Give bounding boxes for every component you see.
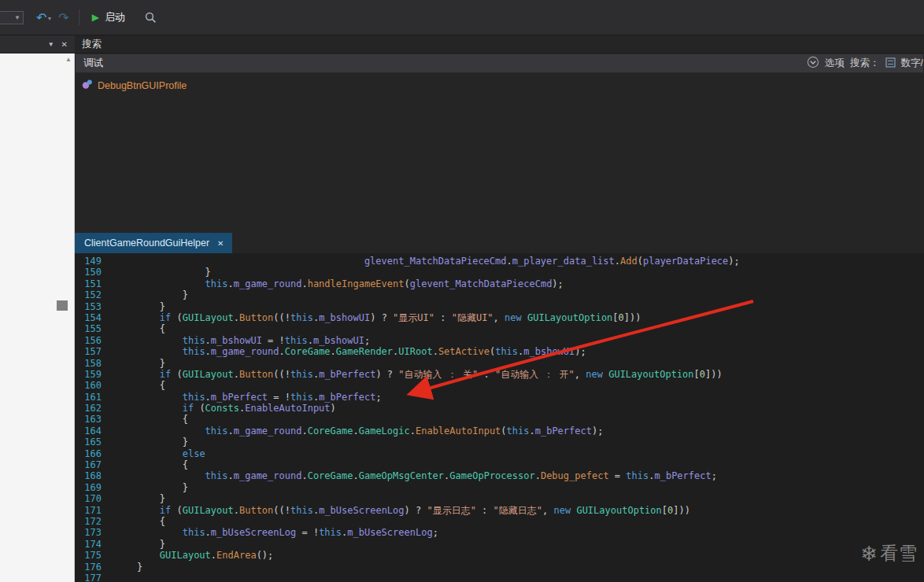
search-scope-bar[interactable]: 调试 选项 搜索： 数字/	[75, 53, 924, 73]
code-line: 167 {	[75, 459, 924, 470]
line-number[interactable]: 149	[75, 256, 114, 267]
code-text: this.m_bshowUI = !this.m_bshowUI;	[114, 335, 370, 346]
search-icon[interactable]	[144, 11, 157, 24]
line-number[interactable]: 173	[75, 527, 114, 538]
code-editor[interactable]: 149 glevent_MatchDataPieceCmd.m_player_d…	[75, 253, 924, 582]
code-line: 169 }	[75, 482, 924, 493]
code-line: 170 }	[75, 493, 924, 504]
app-window: ▼ ↶▼ ↷ ▶ 启动 ▼ ✕ ▲ 搜索 调试	[0, 0, 924, 582]
search-result-item[interactable]: DebugBtnGUIProfile	[75, 77, 924, 94]
code-line: 154 if (GUILayout.Button((!this.m_bshowU…	[75, 312, 924, 323]
line-number[interactable]: 150	[75, 267, 114, 278]
line-number[interactable]: 174	[75, 539, 114, 550]
search-label: 搜索：	[850, 57, 880, 70]
code-text: this.m_game_round.handleIngameEvent(glev…	[114, 278, 564, 289]
code-line: 151 this.m_game_round.handleIngameEvent(…	[75, 278, 924, 289]
code-text: }	[114, 482, 188, 493]
scope-label: 调试	[83, 57, 103, 70]
code-line: 172 {	[75, 516, 924, 527]
line-number[interactable]: 168	[75, 470, 114, 481]
scrollbar-thumb[interactable]	[57, 300, 68, 311]
code-line: 175 GUILayout.EndArea();	[75, 550, 924, 561]
code-text: }	[114, 267, 211, 278]
start-button[interactable]: ▶ 启动	[87, 8, 130, 27]
right-pane: 搜索 调试 选项 搜索：	[75, 35, 924, 582]
line-number[interactable]: 165	[75, 436, 114, 448]
line-number[interactable]: 158	[75, 358, 114, 369]
code-text: if (Consts.EnableAutoInput)	[114, 403, 336, 414]
line-number[interactable]: 155	[75, 323, 114, 334]
code-text: {	[114, 380, 165, 391]
line-number[interactable]: 151	[75, 278, 114, 289]
line-number[interactable]: 163	[75, 414, 114, 425]
line-number[interactable]: 171	[75, 505, 114, 516]
main-toolbar: ▼ ↶▼ ↷ ▶ 启动	[0, 0, 924, 35]
code-text: GUILayout.EndArea();	[114, 550, 273, 561]
code-text: if (GUILayout.Button((!this.m_bUseScreen…	[114, 505, 690, 516]
line-number[interactable]: 167	[75, 459, 114, 470]
line-number[interactable]: 177	[75, 573, 114, 582]
code-line: 165 }	[75, 436, 924, 448]
code-line: 171 if (GUILayout.Button((!this.m_bUseSc…	[75, 505, 924, 516]
snowflake-icon: ❄	[860, 542, 878, 565]
play-icon: ▶	[92, 12, 99, 23]
tab-label: ClientGameRoundGuiHelper	[84, 238, 209, 249]
panel-menu-icon[interactable]: ▼	[48, 41, 54, 48]
search-pane-header: 搜索	[75, 35, 924, 53]
line-number[interactable]: 166	[75, 448, 114, 459]
tab-clientgameroundguihelper[interactable]: ClientGameRoundGuiHelper ✕	[75, 233, 232, 253]
document-tabstrip: ClientGameRoundGuiHelper ✕	[75, 233, 924, 253]
undo-button[interactable]: ↶▼	[36, 10, 52, 25]
left-panel-body[interactable]: ▲	[0, 53, 75, 582]
line-number[interactable]: 152	[75, 289, 114, 300]
tab-close-icon[interactable]: ✕	[217, 239, 224, 248]
code-text: {	[114, 459, 188, 470]
code-text: }	[114, 562, 142, 573]
line-number[interactable]: 160	[75, 380, 114, 391]
line-number[interactable]: 162	[75, 403, 114, 414]
toolbar-combobox[interactable]: ▼	[0, 11, 24, 24]
code-text: {	[114, 516, 165, 527]
code-line: 174 }	[75, 539, 924, 550]
code-line: 166 else	[75, 448, 924, 459]
code-line: 168 this.m_game_round.CoreGame.GameOpMsg…	[75, 470, 924, 481]
line-number[interactable]: 156	[75, 335, 114, 346]
code-line: 177	[75, 573, 924, 582]
redo-button[interactable]: ↷	[58, 10, 68, 25]
line-number[interactable]: 170	[75, 493, 114, 504]
line-number[interactable]: 159	[75, 369, 114, 380]
code-text: }	[114, 358, 165, 369]
search-result-label: DebugBtnGUIProfile	[98, 80, 187, 91]
line-number[interactable]: 175	[75, 550, 114, 561]
left-panel-header: ▼ ✕	[0, 35, 75, 53]
search-pane-title: 搜索	[82, 38, 102, 51]
line-number[interactable]: 172	[75, 516, 114, 527]
line-number[interactable]: 176	[75, 562, 114, 573]
search-type-value[interactable]: 数字/	[901, 57, 923, 70]
code-line: 157 this.m_game_round.CoreGame.GameRende…	[75, 346, 924, 357]
code-text: }	[114, 301, 165, 312]
options-label[interactable]: 选项	[825, 57, 845, 70]
code-lines: 149 glevent_MatchDataPieceCmd.m_player_d…	[75, 256, 924, 582]
code-text: }	[114, 493, 165, 504]
line-number[interactable]: 164	[75, 425, 114, 436]
line-number[interactable]: 154	[75, 312, 114, 323]
code-line: 161 this.m_bPerfect = !this.m_bPerfect;	[75, 392, 924, 403]
code-line: 173 this.m_bUseScreenLog = !this.m_bUseS…	[75, 527, 924, 538]
line-number[interactable]: 161	[75, 392, 114, 403]
code-line: 153 }	[75, 301, 924, 312]
line-number[interactable]: 169	[75, 482, 114, 493]
code-text: }	[114, 436, 188, 448]
code-line: 162 if (Consts.EnableAutoInput)	[75, 403, 924, 414]
code-text: {	[114, 323, 165, 334]
options-chevron-icon[interactable]	[807, 56, 819, 71]
code-line: 155 {	[75, 323, 924, 334]
symbol-icon	[81, 79, 93, 94]
scroll-up-icon[interactable]: ▲	[65, 56, 72, 63]
code-text: if (GUILayout.Button((!this.m_bPerfect) …	[114, 369, 723, 380]
panel-close-icon[interactable]: ✕	[61, 40, 68, 49]
code-line: 176 }	[75, 562, 924, 573]
line-number[interactable]: 157	[75, 346, 114, 357]
start-button-label: 启动	[105, 10, 125, 24]
line-number[interactable]: 153	[75, 301, 114, 312]
